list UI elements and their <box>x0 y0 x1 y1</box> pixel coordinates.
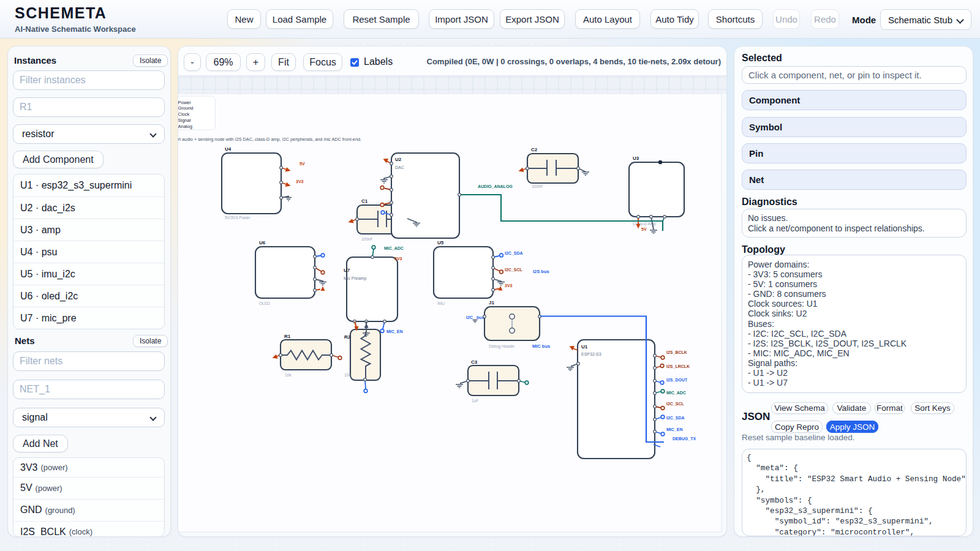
svg-text:5V/3V3 Power: 5V/3V3 Power <box>225 216 251 220</box>
svg-text:Mic Preamp: Mic Preamp <box>344 276 366 281</box>
svg-text:U3: U3 <box>633 156 639 161</box>
svg-text:5V: 5V <box>300 162 305 166</box>
svg-text:Signal: Signal <box>178 118 191 123</box>
svg-text:MIC_EN: MIC_EN <box>666 427 682 432</box>
svg-text:MIC_EN: MIC_EN <box>386 329 402 334</box>
svg-text:I2C_SCL: I2C_SCL <box>666 402 685 406</box>
svg-text:C1: C1 <box>361 198 368 204</box>
svg-text:MIC_ADC: MIC_ADC <box>384 246 404 250</box>
svg-text:I2S_LRCLK: I2S_LRCLK <box>666 364 690 369</box>
svg-text:Ground: Ground <box>178 105 194 111</box>
svg-text:U7: U7 <box>344 268 350 273</box>
svg-text:R2: R2 <box>344 334 351 340</box>
svg-text:OLED: OLED <box>259 301 270 305</box>
svg-text:C3: C3 <box>471 359 478 365</box>
svg-text:DAC: DAC <box>395 165 404 170</box>
svg-text:100nF: 100nF <box>532 184 543 189</box>
svg-text:U5: U5 <box>437 240 444 246</box>
svg-text:AUDIO_ANALOG: AUDIO_ANALOG <box>478 184 513 189</box>
svg-text:ESP32-S3: ESP32-S3 <box>581 352 601 356</box>
svg-text:3V3: 3V3 <box>505 283 513 288</box>
svg-text:ESP32 smart audio + sensing no: ESP32 smart audio + sensing node with I2… <box>178 137 361 142</box>
svg-text:Clock: Clock <box>178 111 190 117</box>
svg-text:IMU: IMU <box>437 301 445 305</box>
svg-text:I2C_SCL: I2C_SCL <box>505 268 523 272</box>
svg-text:U1: U1 <box>581 344 588 350</box>
svg-text:10k: 10k <box>344 373 351 377</box>
svg-text:Analog: Analog <box>178 124 192 129</box>
svg-text:MIC bus: MIC bus <box>532 343 550 349</box>
svg-text:DEBUG_TX: DEBUG_TX <box>673 437 696 441</box>
svg-text:I2S_DOUT: I2S_DOUT <box>666 378 688 382</box>
svg-text:5V: 5V <box>641 227 647 231</box>
svg-text:3V3: 3V3 <box>296 179 304 184</box>
svg-text:J1: J1 <box>489 300 494 305</box>
svg-text:10k: 10k <box>285 373 292 377</box>
svg-text:R1: R1 <box>284 334 291 339</box>
svg-text:I2C_SDA: I2C_SDA <box>666 416 685 420</box>
svg-text:I2S bus: I2S bus <box>533 269 549 274</box>
svg-text:Debug Header: Debug Header <box>489 344 515 349</box>
svg-text:MIC_ADC: MIC_ADC <box>666 391 686 395</box>
svg-text:I2C_SDA: I2C_SDA <box>505 251 523 255</box>
svg-text:U2: U2 <box>395 157 402 162</box>
svg-text:C2: C2 <box>531 147 538 152</box>
svg-text:U6: U6 <box>259 240 266 246</box>
svg-text:1uF: 1uF <box>472 399 478 403</box>
svg-text:3V3: 3V3 <box>394 257 402 261</box>
svg-text:100nF: 100nF <box>361 237 372 241</box>
svg-text:I2S_BCLK: I2S_BCLK <box>666 350 687 354</box>
svg-text:Power: Power <box>178 100 191 105</box>
svg-text:U4: U4 <box>225 146 232 152</box>
svg-text:I2C: I2C <box>466 315 473 320</box>
